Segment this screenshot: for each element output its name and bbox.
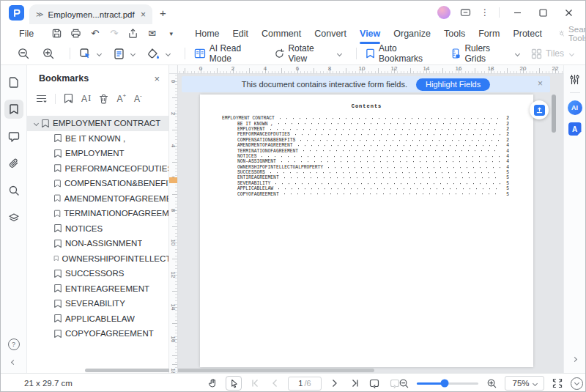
vertical-scrollbar[interactable] bbox=[552, 95, 556, 133]
help-button[interactable]: ? bbox=[8, 339, 20, 350]
bookmark-item[interactable]: COPYOFAGREEMENT bbox=[27, 326, 168, 341]
rename-bookmark-icon[interactable]: AI bbox=[81, 95, 91, 103]
ai-read-mode-button[interactable]: AI Read Mode bbox=[194, 43, 262, 64]
search-panel-icon[interactable] bbox=[4, 181, 23, 200]
last-page-icon[interactable] bbox=[348, 377, 361, 390]
bookmark-item[interactable]: OWNERSHIPOFINTELLECTUALPROPERTY bbox=[27, 251, 168, 267]
auto-bookmarks-button[interactable]: Auto Bookmarks bbox=[366, 43, 440, 64]
zoom-level-select[interactable]: 75% bbox=[505, 376, 544, 391]
close-button[interactable] bbox=[560, 4, 576, 21]
menu-item[interactable]: Form bbox=[472, 26, 506, 42]
zoom-out-icon[interactable] bbox=[397, 377, 410, 390]
zoom-slider-thumb[interactable] bbox=[440, 380, 448, 388]
bookmark-item[interactable]: EMPLOYMENT CONTRACT bbox=[27, 116, 168, 131]
tiles-button[interactable]: Tiles bbox=[531, 48, 574, 59]
print-icon[interactable] bbox=[69, 26, 83, 40]
bookmark-icon bbox=[53, 269, 62, 278]
properties-panel-icon[interactable] bbox=[569, 74, 580, 85]
bookmark-item[interactable]: PERFORMANCEOFDUTIES bbox=[27, 161, 168, 177]
bookmark-item[interactable]: ENTIREAGREEMENT bbox=[27, 281, 168, 297]
zoom-in-icon[interactable] bbox=[485, 377, 498, 390]
next-page-icon[interactable] bbox=[328, 377, 341, 390]
bookmarks-panel-icon[interactable] bbox=[4, 100, 23, 119]
bookmark-item[interactable]: TERMINATIONOFAGREEMENT bbox=[27, 206, 168, 221]
bookmark-item[interactable]: SUCCESSORS bbox=[27, 266, 168, 281]
save-icon[interactable] bbox=[50, 26, 64, 40]
menu-item[interactable]: Protect bbox=[506, 26, 549, 42]
attachments-panel-icon[interactable] bbox=[4, 154, 23, 173]
maximize-button[interactable] bbox=[535, 4, 551, 21]
menu-file[interactable]: File bbox=[13, 29, 40, 39]
menu-item[interactable]: Comment bbox=[255, 26, 308, 42]
tab-close-icon[interactable]: × bbox=[141, 10, 146, 19]
document-tab[interactable]: ≫ Employmen...ntract.pdf * × bbox=[29, 4, 152, 24]
main-menu: Home Edit Comment Convert View Organize … bbox=[188, 26, 549, 42]
menu-bar: File ↶ ↷ ✉ ▾ Home Edit Comment Convert V… bbox=[1, 24, 585, 42]
translate-icon[interactable]: A bbox=[568, 122, 582, 136]
menu-item[interactable]: Edit bbox=[226, 26, 256, 42]
rotate-view-button[interactable]: Rotate View bbox=[274, 43, 341, 64]
collapse-bookmarks-icon[interactable]: A- bbox=[134, 95, 142, 103]
previous-page-icon[interactable] bbox=[268, 377, 281, 390]
more-menu-icon[interactable]: ⋮ bbox=[481, 7, 489, 18]
layers-panel-icon[interactable] bbox=[4, 208, 23, 227]
hand-tool-icon[interactable] bbox=[206, 377, 219, 390]
menu-item[interactable]: Convert bbox=[308, 26, 353, 42]
ai-assistant-icon[interactable]: AI bbox=[568, 100, 582, 115]
bookmark-item[interactable]: AMENDMENTOFAGREEMENT bbox=[27, 191, 168, 207]
highlight-fields-button[interactable]: Highlight Fields bbox=[416, 78, 490, 91]
share-icon[interactable] bbox=[126, 26, 140, 40]
new-tab-button[interactable]: + bbox=[160, 7, 166, 18]
fullscreen-icon[interactable] bbox=[551, 377, 564, 390]
menu-item[interactable]: Home bbox=[188, 26, 226, 42]
selection-tool-button[interactable] bbox=[79, 48, 101, 60]
bookmark-item[interactable]: BE IT KNOWN , bbox=[27, 131, 168, 147]
thumbnails-panel-icon[interactable] bbox=[4, 73, 23, 92]
rulers-grids-button[interactable]: Rulers Grids bbox=[451, 43, 520, 64]
page-number-input[interactable]: 1 /6 bbox=[288, 377, 322, 391]
menu-item[interactable]: Tools bbox=[437, 26, 472, 42]
expand-bookmarks-icon[interactable]: A+ bbox=[116, 95, 126, 103]
horizontal-scrollbar[interactable] bbox=[85, 369, 374, 372]
search-tools[interactable]: Search Tools bbox=[559, 25, 586, 42]
bookmark-options-icon[interactable] bbox=[36, 94, 47, 103]
user-avatar[interactable] bbox=[437, 6, 450, 19]
menu-item[interactable]: View bbox=[353, 26, 387, 42]
ruler-label: 0 bbox=[169, 78, 190, 86]
bookmarks-close-icon[interactable]: × bbox=[154, 74, 160, 84]
collapse-statusbar-icon[interactable] bbox=[571, 377, 583, 390]
comments-panel-icon[interactable] bbox=[4, 127, 23, 146]
collapse-panel-icon[interactable] bbox=[11, 360, 16, 365]
toc-entry: SEVERABILITY 5 bbox=[222, 181, 509, 186]
email-icon[interactable]: ✉ bbox=[145, 26, 159, 40]
redo-icon[interactable]: ↷ bbox=[107, 26, 121, 40]
select-tool-icon[interactable] bbox=[226, 376, 242, 391]
paint-bucket-icon bbox=[146, 48, 160, 60]
minimize-button[interactable] bbox=[509, 4, 525, 21]
ruler-label: 4 bbox=[169, 142, 190, 150]
zoom-out-button[interactable] bbox=[17, 47, 30, 60]
page-display-button[interactable] bbox=[113, 48, 135, 60]
bookmark-item[interactable]: NON-ASSIGNMENT bbox=[27, 236, 168, 251]
feedback-icon[interactable] bbox=[460, 8, 471, 18]
chevron-down-icon[interactable] bbox=[34, 121, 39, 126]
bookmark-item[interactable]: COMPENSATION&BENEFITS bbox=[27, 176, 168, 191]
menu-item[interactable]: Organize bbox=[387, 26, 437, 42]
background-tool-button[interactable] bbox=[146, 48, 170, 60]
zoom-in-button[interactable] bbox=[42, 47, 55, 60]
bookmark-item[interactable]: NOTICES bbox=[27, 221, 168, 237]
customize-toolbar-icon[interactable]: ▾ bbox=[164, 26, 178, 40]
bookmark-item[interactable]: SEVERABILITY bbox=[27, 296, 168, 311]
app-logo[interactable] bbox=[9, 5, 24, 21]
notice-close-icon[interactable]: × bbox=[538, 78, 543, 89]
zoom-slider[interactable] bbox=[417, 382, 478, 385]
undo-icon[interactable]: ↶ bbox=[88, 26, 102, 40]
first-page-icon[interactable] bbox=[248, 377, 262, 390]
export-floating-button[interactable] bbox=[530, 100, 549, 119]
expand-panel-icon[interactable] bbox=[572, 357, 577, 362]
delete-bookmark-icon[interactable] bbox=[99, 94, 108, 104]
bookmark-item[interactable]: APPLICABLELAW bbox=[27, 311, 168, 327]
previous-view-icon[interactable] bbox=[368, 377, 381, 390]
add-bookmark-icon[interactable] bbox=[64, 93, 73, 104]
bookmark-item[interactable]: EMPLOYMENT bbox=[27, 146, 168, 161]
